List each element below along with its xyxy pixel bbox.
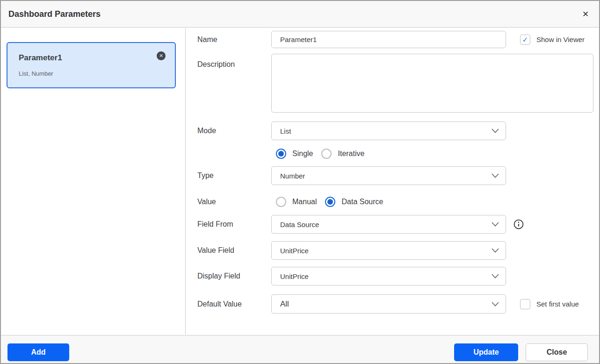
name-label: Name bbox=[197, 31, 217, 48]
value-field-label: Value Field bbox=[197, 241, 234, 260]
value-field-dropdown-value: UnitPrice bbox=[280, 247, 309, 255]
radio-option-data-source[interactable]: Data Source bbox=[325, 197, 383, 207]
set-first-value-label: Set first value bbox=[536, 300, 579, 308]
field-from-dropdown-value: Data Source bbox=[280, 221, 319, 228]
description-label: Description bbox=[197, 56, 235, 73]
parameter-list-panel: Parameter1 List, Number ✕ bbox=[1, 28, 186, 335]
field-from-dropdown[interactable]: Data Source bbox=[271, 215, 506, 234]
value-label: Value bbox=[197, 195, 216, 208]
type-dropdown-value: Number bbox=[280, 172, 305, 180]
radio-single-label: Single bbox=[292, 150, 313, 158]
radio-data-source-label: Data Source bbox=[341, 198, 383, 206]
display-field-dropdown-value: UnitPrice bbox=[280, 272, 309, 280]
mode-dropdown-value: List bbox=[280, 127, 291, 135]
chevron-down-icon bbox=[492, 248, 499, 253]
type-label: Type bbox=[197, 166, 214, 185]
parameter-card-name: Parameter1 bbox=[19, 53, 164, 63]
info-icon[interactable] bbox=[513, 219, 524, 229]
radio-selected-icon bbox=[276, 149, 286, 159]
parameter-card-meta: List, Number bbox=[19, 70, 164, 77]
close-button[interactable]: Close bbox=[526, 343, 588, 361]
checkbox-unchecked-icon bbox=[520, 299, 530, 309]
radio-option-manual[interactable]: Manual bbox=[276, 197, 317, 207]
value-field-dropdown[interactable]: UnitPrice bbox=[271, 241, 506, 260]
radio-selected-icon bbox=[325, 197, 335, 207]
radio-option-single[interactable]: Single bbox=[276, 149, 313, 159]
parameter-card[interactable]: Parameter1 List, Number ✕ bbox=[7, 42, 176, 88]
chevron-down-icon bbox=[492, 173, 499, 178]
mode-option-radios: Single Iterative bbox=[276, 147, 373, 160]
check-icon: ✓ bbox=[522, 36, 528, 44]
radio-unselected-icon bbox=[276, 197, 286, 207]
display-field-label: Display Field bbox=[197, 267, 240, 285]
add-button[interactable]: Add bbox=[7, 343, 69, 361]
update-button[interactable]: Update bbox=[454, 343, 518, 361]
chevron-down-icon bbox=[492, 128, 499, 133]
close-icon[interactable]: ✕ bbox=[578, 1, 593, 27]
chevron-down-icon bbox=[492, 274, 499, 278]
type-dropdown[interactable]: Number bbox=[271, 166, 506, 185]
description-input[interactable] bbox=[271, 54, 593, 113]
mode-dropdown[interactable]: List bbox=[271, 121, 506, 140]
parameter-form: Name ✓ Show in Viewer Description Mode L… bbox=[186, 28, 599, 335]
footer: Add Update Close bbox=[1, 335, 599, 363]
default-value-label: Default Value bbox=[197, 294, 242, 314]
default-value-dropdown[interactable]: All bbox=[271, 294, 506, 314]
show-in-viewer-checkbox[interactable]: ✓ Show in Viewer bbox=[520, 31, 585, 48]
display-field-dropdown[interactable]: UnitPrice bbox=[271, 267, 506, 285]
remove-parameter-icon[interactable]: ✕ bbox=[157, 51, 166, 60]
show-in-viewer-label: Show in Viewer bbox=[536, 36, 585, 43]
titlebar: Dashboard Parameters ✕ bbox=[1, 1, 599, 28]
radio-unselected-icon bbox=[321, 149, 332, 159]
name-input[interactable] bbox=[271, 31, 506, 48]
mode-label: Mode bbox=[197, 121, 216, 140]
radio-iterative-label: Iterative bbox=[338, 150, 364, 158]
chevron-down-icon bbox=[492, 302, 499, 307]
default-value-dropdown-value: All bbox=[280, 300, 289, 309]
radio-manual-label: Manual bbox=[292, 198, 317, 206]
value-source-radios: Manual Data Source bbox=[276, 195, 391, 208]
field-from-label: Field From bbox=[197, 215, 233, 234]
dashboard-parameters-dialog: Dashboard Parameters ✕ Parameter1 List, … bbox=[0, 0, 600, 364]
set-first-value-checkbox[interactable]: Set first value bbox=[520, 294, 579, 314]
dialog-title: Dashboard Parameters bbox=[8, 1, 101, 27]
radio-option-iterative[interactable]: Iterative bbox=[321, 149, 364, 159]
chevron-down-icon bbox=[492, 222, 499, 227]
checkbox-checked-icon: ✓ bbox=[520, 35, 530, 45]
